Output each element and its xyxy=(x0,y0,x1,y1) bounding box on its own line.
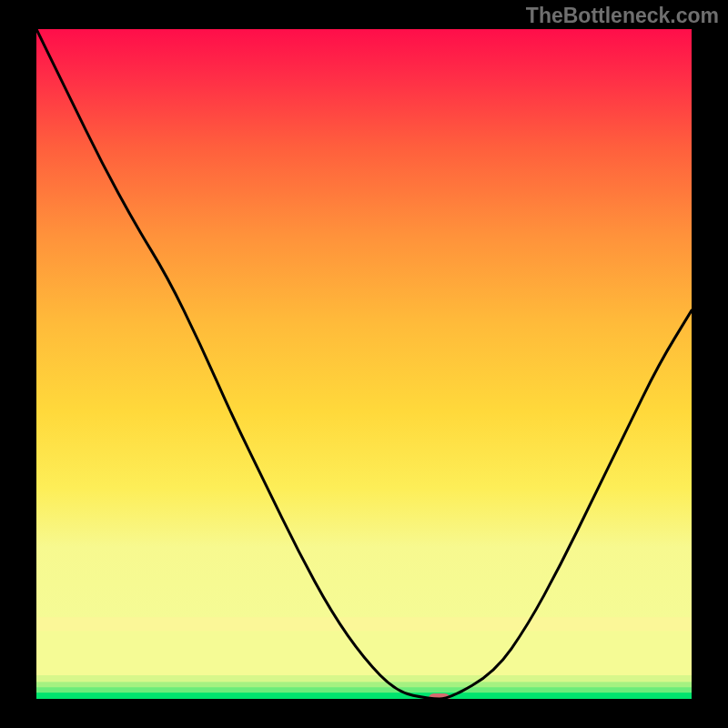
svg-rect-4 xyxy=(36,631,692,675)
chart-container: TheBottleneck.com xyxy=(0,0,728,728)
svg-rect-0 xyxy=(36,693,692,699)
svg-rect-5 xyxy=(36,617,692,631)
svg-rect-2 xyxy=(36,682,692,687)
chart-svg xyxy=(36,29,692,699)
chart-gradient-background xyxy=(36,29,692,618)
watermark-text: TheBottleneck.com xyxy=(526,4,719,28)
svg-rect-1 xyxy=(36,687,692,693)
chart-plot-area xyxy=(36,29,692,699)
svg-rect-3 xyxy=(36,675,692,682)
